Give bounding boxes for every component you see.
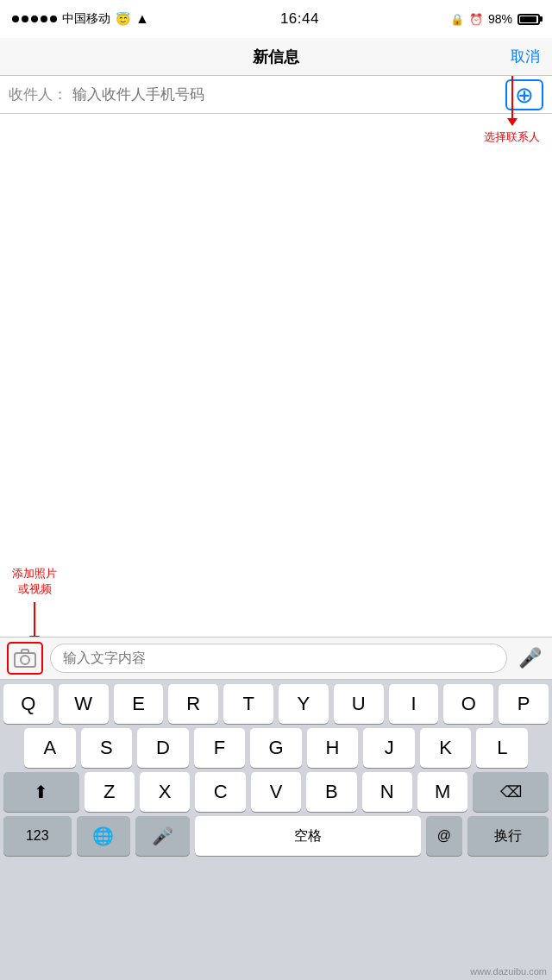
camera-icon — [14, 649, 36, 668]
svg-point-1 — [21, 656, 29, 664]
key-u[interactable]: U — [334, 684, 384, 724]
wifi-icon: ▲ — [135, 11, 149, 27]
lock-icon: 🔒 — [450, 13, 464, 26]
status-bar: 中国移动 😇 ▲ 16:44 🔒 ⏰ 98% — [0, 0, 552, 38]
svg-rect-2 — [22, 650, 28, 653]
carrier-name: 中国移动 — [62, 11, 110, 27]
message-input[interactable] — [50, 644, 507, 673]
key-h[interactable]: H — [307, 728, 359, 768]
key-w[interactable]: W — [59, 684, 109, 724]
key-y[interactable]: Y — [279, 684, 329, 724]
key-o[interactable]: O — [443, 684, 493, 724]
signal-dots — [12, 16, 57, 22]
shift-key[interactable]: ⬆ — [3, 772, 79, 812]
to-label: 收件人： — [9, 85, 67, 104]
key-n[interactable]: N — [362, 772, 412, 812]
alarm-icon: ⏰ — [469, 13, 483, 26]
mic-keyboard-key[interactable]: 🎤 — [135, 816, 190, 856]
battery-icon — [518, 14, 540, 25]
key-a[interactable]: A — [24, 728, 76, 768]
to-field: 收件人： ⊕ — [0, 76, 552, 114]
keyboard-row-1: Q W E R T Y U I O P — [0, 680, 552, 724]
numbers-key[interactable]: 123 — [3, 816, 72, 856]
globe-key[interactable]: 🌐 — [77, 816, 131, 856]
battery-fill — [520, 16, 536, 22]
return-key[interactable]: 换行 — [467, 816, 549, 856]
key-d[interactable]: D — [137, 728, 189, 768]
keyboard-row-2: A S D F G H J K L — [0, 724, 552, 768]
key-k[interactable]: K — [420, 728, 472, 768]
message-body — [0, 114, 552, 399]
key-x[interactable]: X — [140, 772, 190, 812]
camera-button[interactable] — [7, 642, 43, 675]
key-t[interactable]: T — [223, 684, 273, 724]
key-j[interactable]: J — [363, 728, 415, 768]
mic-button[interactable]: 🎤 — [514, 643, 545, 674]
key-r[interactable]: R — [168, 684, 218, 724]
key-l[interactable]: L — [476, 728, 528, 768]
key-g[interactable]: G — [250, 728, 302, 768]
key-s[interactable]: S — [81, 728, 133, 768]
nav-bar: 新信息 取消 — [0, 38, 552, 76]
key-p[interactable]: P — [499, 684, 549, 724]
nav-title: 新信息 — [253, 47, 299, 67]
compose-area: 🎤 — [0, 637, 552, 680]
key-q[interactable]: Q — [3, 684, 53, 724]
key-z[interactable]: Z — [85, 772, 135, 812]
annotation-camera-label: 添加照片或视频 — [12, 566, 57, 597]
key-i[interactable]: I — [389, 684, 439, 724]
key-v[interactable]: V — [251, 772, 301, 812]
key-m[interactable]: M — [417, 772, 467, 812]
status-time: 16:44 — [280, 10, 319, 28]
keyboard-row-3: ⬆ Z X C V B N M ⌫ — [0, 768, 552, 812]
annotation-arrow-down — [511, 76, 513, 119]
at-key[interactable]: @ — [426, 816, 462, 856]
annotation-contact: 选择联系人 — [484, 76, 540, 145]
key-c[interactable]: C — [195, 772, 245, 812]
status-right: 🔒 ⏰ 98% — [450, 12, 540, 26]
delete-key[interactable]: ⌫ — [473, 772, 549, 812]
keyboard: Q W E R T Y U I O P A S D F G H J K L ⬆ … — [0, 680, 552, 980]
mic-icon: 🎤 — [518, 647, 542, 669]
carrier-emoji: 😇 — [116, 12, 130, 26]
recipient-input[interactable] — [72, 86, 500, 104]
watermark: www.dazuibu.com — [470, 966, 547, 977]
status-left: 中国移动 😇 ▲ — [12, 11, 149, 27]
space-key[interactable]: 空格 — [195, 816, 421, 856]
cancel-button[interactable]: 取消 — [511, 47, 540, 66]
annotation-camera-arrow — [34, 602, 35, 637]
key-e[interactable]: E — [114, 684, 164, 724]
key-b[interactable]: B — [306, 772, 356, 812]
annotation-contact-label: 选择联系人 — [484, 129, 540, 145]
keyboard-row-4: 123 🌐 🎤 空格 @ 换行 — [0, 812, 552, 856]
battery-percent: 98% — [488, 12, 512, 26]
annotation-camera: 添加照片或视频 — [12, 566, 57, 637]
key-f[interactable]: F — [194, 728, 246, 768]
